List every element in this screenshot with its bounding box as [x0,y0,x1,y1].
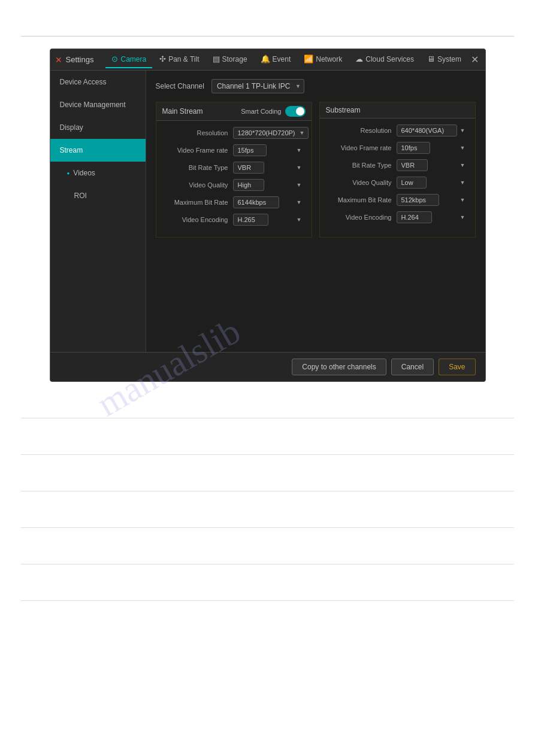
main-quality-label: Video Quality [162,181,228,189]
close-button[interactable]: ✕ [467,51,482,68]
main-resolution-row: Resolution 1280*720(HD720P) [162,127,306,139]
top-divider [21,36,514,37]
main-stream-title: Main Stream [162,107,203,116]
smart-coding-label: Smart Coding [241,108,281,115]
main-stream-section: Main Stream Smart Coding Resolution [156,102,312,238]
channel-row: Select Channel Channel 1 TP-Link IPC [156,79,476,93]
stream-grid: Main Stream Smart Coding Resolution [156,102,476,238]
sub-resolution-label: Resolution [326,127,392,134]
sub-quality-label: Video Quality [326,179,392,186]
main-quality-select[interactable]: High [233,179,264,191]
sub-maxbitrate-label: Maximum Bit Rate [326,196,392,204]
channel-label: Select Channel [156,82,204,90]
bottom-bar: Copy to other channels Cancel Save [50,352,485,381]
sub-bitratetype-row: Bit Rate Type VBR [326,159,469,171]
divider-1 [21,418,514,418]
sub-stream-title: Substream [326,106,361,114]
main-resolution-label: Resolution [162,129,228,136]
title-bar: ✕ Settings ⊙ Camera ✣ Pan & Tilt ▤ Stora… [50,49,485,71]
sub-resolution-select[interactable]: 640*480(VGA) [397,125,457,136]
divider-4 [21,527,514,528]
cloud-icon: ☁ [355,54,363,63]
tab-pan-tilt[interactable]: ✣ Pan & Tilt [153,51,205,68]
main-encoding-select-wrapper: H.265 [233,214,306,226]
event-icon: 🔔 [261,54,270,63]
sidebar-item-roi[interactable]: ROI [50,184,146,207]
sub-framerate-row: Video Frame rate 10fps [326,142,469,154]
network-icon: 📶 [304,54,313,63]
storage-icon: ▤ [213,54,220,63]
cancel-button[interactable]: Cancel [391,359,434,375]
sub-framerate-label: Video Frame rate [326,144,392,151]
sidebar-item-display[interactable]: Display [50,116,146,139]
main-quality-row: Video Quality High [162,179,306,191]
sub-maxbitrate-select[interactable]: 512kbps [397,194,439,206]
sub-resolution-row: Resolution 640*480(VGA) [326,125,469,136]
sub-encoding-row: Video Encoding H.264 [326,211,469,223]
channel-select[interactable]: Channel 1 TP-Link IPC [211,79,304,93]
smart-coding-row: Smart Coding [241,106,305,117]
page-wrapper: ✕ Settings ⊙ Camera ✣ Pan & Tilt ▤ Stora… [0,0,535,756]
sidebar-item-videos[interactable]: ● Videos [50,162,146,184]
sidebar-item-device-management[interactable]: Device Management [50,93,146,116]
main-framerate-select-wrapper: 15fps [233,144,306,156]
system-icon: 🖥 [427,54,435,63]
sub-stream-fields: Resolution 640*480(VGA) Video Frame rate [320,119,475,235]
sub-bitratetype-label: Bit Rate Type [326,162,392,169]
sub-stream-header: Substream [320,102,475,119]
sub-maxbitrate-select-wrapper: 512kbps [397,194,469,206]
main-resolution-select-wrapper: 1280*720(HD720P) [233,127,309,139]
main-encoding-select[interactable]: H.265 [233,214,268,226]
main-maxbitrate-row: Maximum Bit Rate 6144kbps [162,196,306,208]
main-bitratetype-select[interactable]: VBR [233,162,264,174]
sub-maxbitrate-row: Maximum Bit Rate 512kbps [326,194,469,206]
sub-quality-select[interactable]: Low [397,177,427,189]
sub-quality-row: Video Quality Low [326,177,469,189]
settings-window: ✕ Settings ⊙ Camera ✣ Pan & Tilt ▤ Stora… [50,48,486,382]
sub-bitratetype-select[interactable]: VBR [397,159,428,171]
tab-system[interactable]: 🖥 System [421,51,467,68]
main-framerate-select[interactable]: 15fps [233,144,267,156]
main-encoding-row: Video Encoding H.265 [162,214,306,226]
main-stream-header: Main Stream Smart Coding [156,102,312,121]
sub-encoding-select[interactable]: H.264 [397,211,432,223]
main-content: Device Access Device Management Display … [50,71,485,352]
tab-cloud[interactable]: ☁ Cloud Services [349,51,420,68]
divider-2 [21,454,514,455]
sub-resolution-select-wrapper: 640*480(VGA) [397,125,469,136]
main-stream-fields: Resolution 1280*720(HD720P) Video Frame … [156,121,312,237]
main-bitratetype-row: Bit Rate Type VBR [162,162,306,174]
sub-stream-section: Substream Resolution 640*480(VGA) [319,102,476,238]
smart-coding-toggle[interactable] [285,106,306,117]
nav-tabs: ⊙ Camera ✣ Pan & Tilt ▤ Storage 🔔 Event … [105,51,467,68]
tab-network[interactable]: 📶 Network [298,51,348,68]
sub-quality-select-wrapper: Low [397,177,469,189]
sidebar-item-device-access[interactable]: Device Access [50,71,146,93]
main-encoding-label: Video Encoding [162,216,228,223]
tab-storage[interactable]: ▤ Storage [207,51,253,68]
sidebar: Device Access Device Management Display … [50,71,146,352]
sub-framerate-select[interactable]: 10fps [397,142,430,154]
sub-bitratetype-select-wrapper: VBR [397,159,469,171]
tab-camera[interactable]: ⊙ Camera [105,51,152,68]
main-framerate-label: Video Frame rate [162,147,228,154]
main-quality-select-wrapper: High [233,179,306,191]
copy-button[interactable]: Copy to other channels [292,359,386,375]
divider-3 [21,491,514,491]
divider-5 [21,564,514,564]
channel-select-wrapper: Channel 1 TP-Link IPC [211,79,304,93]
sub-encoding-select-wrapper: H.264 [397,211,469,223]
sub-framerate-select-wrapper: 10fps [397,142,469,154]
main-resolution-select[interactable]: 1280*720(HD720P) [233,127,309,139]
main-maxbitrate-select[interactable]: 6144kbps [233,196,279,208]
bottom-dividers [21,418,514,601]
bullet-icon: ● [67,171,70,176]
tab-event[interactable]: 🔔 Event [255,51,297,68]
camera-icon: ⊙ [111,54,118,63]
sidebar-item-stream[interactable]: Stream [50,139,146,162]
sub-encoding-label: Video Encoding [326,214,392,221]
main-bitratetype-label: Bit Rate Type [162,164,228,171]
save-button[interactable]: Save [439,359,475,375]
main-framerate-row: Video Frame rate 15fps [162,144,306,156]
main-bitratetype-select-wrapper: VBR [233,162,306,174]
